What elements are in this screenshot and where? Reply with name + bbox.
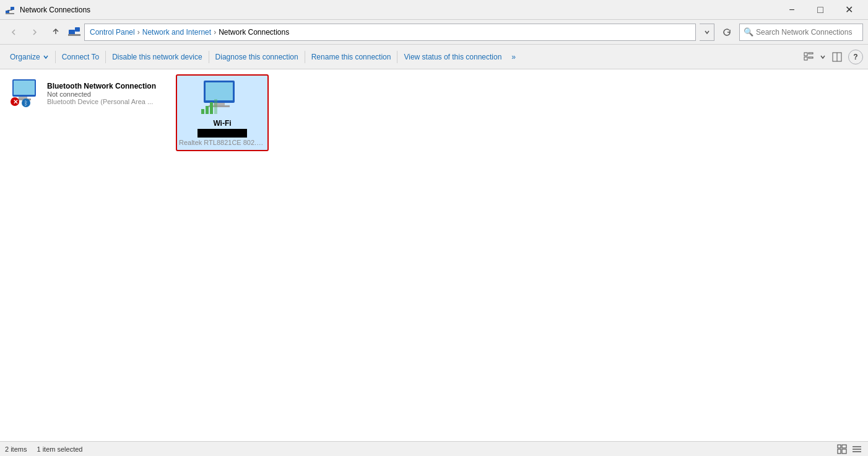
disable-button[interactable]: Disable this network device [107,47,207,67]
svg-line-3 [7,10,12,11]
toolbar-separator-1 [55,51,56,63]
svg-rect-22 [206,82,233,100]
svg-rect-29 [838,445,841,448]
svg-rect-5 [75,27,80,32]
refresh-button[interactable] [718,24,736,41]
wifi-item-detail: Realtek RTL8821CE 802.11ac PCIe ... [179,139,266,146]
address-icon [68,26,80,38]
wifi-connection-item[interactable]: Wi-Fi Realtek RTL8821CE 802.11ac PCIe ..… [176,74,269,151]
title-bar-controls: − □ ✕ [778,0,863,20]
status-view-btn-1[interactable] [836,443,848,455]
main-content: ✕ ᛒ Bluetooth Network Connection Not con… [0,69,868,441]
svg-rect-10 [809,57,813,58]
toolbar-separator-5 [397,51,397,63]
svg-rect-7 [804,53,807,56]
search-box[interactable]: 🔍 [739,24,863,41]
bluetooth-item-detail: Bluetooth Device (Personal Area ... [47,98,156,105]
more-button[interactable]: » [506,47,521,67]
bluetooth-item-name: Bluetooth Network Connection [47,82,156,90]
status-view-btn-2[interactable] [851,443,863,455]
svg-rect-27 [210,102,213,114]
change-view-button[interactable] [800,48,817,66]
svg-rect-25 [201,109,204,114]
breadcrumb-control-panel[interactable]: Control Panel [90,28,135,37]
help-button[interactable]: ? [848,50,863,64]
bluetooth-connection-item[interactable]: ✕ ᛒ Bluetooth Network Connection Not con… [5,74,166,113]
search-input[interactable] [756,28,859,37]
wifi-icon-area [197,79,247,116]
toolbar-separator-3 [209,51,209,63]
svg-rect-26 [206,106,209,114]
wifi-redacted-ssid [197,129,247,138]
svg-rect-6 [68,34,80,36]
svg-rect-28 [214,99,217,114]
title-bar-left: Network Connections [5,5,90,15]
svg-rect-1 [6,13,14,14]
address-bar: Control Panel › Network and Internet › N… [0,20,868,45]
toolbar-separator-4 [305,51,305,63]
diagnose-button[interactable]: Diagnose this connection [210,47,303,67]
up-button[interactable] [47,24,64,41]
svg-rect-32 [842,449,846,454]
svg-text:ᛒ: ᛒ [24,100,28,107]
status-left: 2 items 1 item selected [5,445,82,453]
wifi-item-name: Wi-Fi [213,119,231,128]
view-dropdown-arrow [820,52,826,62]
wifi-computer-icon [200,79,245,116]
svg-rect-30 [842,445,846,448]
bluetooth-icon-area: ✕ ᛒ [10,78,42,109]
items-count: 2 items [5,445,27,453]
address-path[interactable]: Control Panel › Network and Internet › N… [84,24,696,41]
organize-button[interactable]: Organize [5,47,54,67]
svg-rect-14 [14,81,35,95]
address-dropdown[interactable] [700,24,714,41]
svg-rect-31 [838,449,841,454]
title-bar: Network Connections − □ ✕ [0,0,868,20]
selected-count: 1 item selected [37,445,82,453]
bluetooth-item-status: Not connected [47,90,156,98]
toolbar-separator-2 [105,51,106,63]
close-button[interactable]: ✕ [835,0,863,20]
bluetooth-item-text: Bluetooth Network Connection Not connect… [47,82,156,105]
app-icon [5,5,15,15]
rename-button[interactable]: Rename this connection [306,47,396,67]
search-icon: 🔍 [744,27,753,37]
svg-rect-2 [11,7,14,10]
breadcrumb-network-internet[interactable]: Network and Internet [142,28,211,37]
forward-button[interactable] [26,24,43,41]
view-status-button[interactable]: View status of this connection [399,47,506,67]
svg-rect-9 [804,57,807,60]
breadcrumb-current: Network Connections [219,28,289,37]
hide-pane-button[interactable] [828,48,846,66]
back-button[interactable] [5,24,22,41]
svg-rect-4 [69,30,75,35]
status-bar: 2 items 1 item selected [0,441,868,456]
svg-text:✕: ✕ [13,99,18,105]
file-view: ✕ ᛒ Bluetooth Network Connection Not con… [0,69,868,441]
title-bar-title: Network Connections [20,6,90,14]
minimize-button[interactable]: − [778,0,806,20]
connect-to-button[interactable]: Connect To [57,47,105,67]
maximize-button[interactable]: □ [806,0,835,20]
svg-rect-8 [809,53,813,54]
status-right [836,443,863,455]
toolbar-right: ? [800,48,863,66]
toolbar: Organize Connect To Disable this network… [0,45,868,69]
bluetooth-computer-icon: ✕ ᛒ [10,78,42,109]
